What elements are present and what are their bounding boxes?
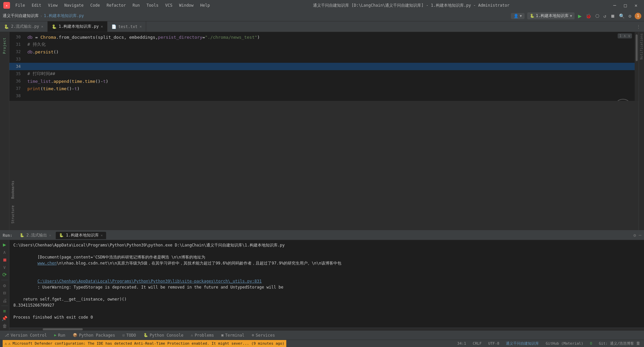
status-interpreter[interactable]: 通义千问自建知识库 [505, 341, 540, 346]
line-content-32: db.persist() [26, 49, 59, 54]
run-exit-line: Process finished with exit code 0 [13, 314, 640, 320]
run-config-label: 1.构建本地知识库 [536, 13, 569, 19]
menu-code[interactable]: Code [88, 2, 103, 8]
run-number-line: 8.334115266799927 [13, 302, 640, 308]
breadcrumb-file: 1.构建本地知识库.py [44, 13, 84, 19]
run-start-button[interactable]: ▶ [1, 241, 8, 248]
run-tab-stream[interactable]: 🐍 2.流式输出 ✕ [16, 232, 54, 239]
debug-button[interactable]: 🐞 [585, 13, 592, 19]
tab-label-1: 2.流式输出.py [11, 24, 39, 29]
breadcrumb-toolbar[interactable]: 通义千问自建知识库 › 1.构建本地知识库.py [3, 13, 84, 19]
badge-icon: 1 [635, 13, 641, 19]
run-button[interactable]: ▶ [577, 12, 582, 19]
run-config[interactable]: 🐍 1.构建本地知识库 ▼ [527, 12, 575, 19]
stop-button[interactable]: ⏹ [610, 13, 616, 19]
code-line-38: 38 [9, 92, 639, 100]
run-empty-line [13, 308, 640, 314]
run-warn-path[interactable]: C:\Users\Chenhao\AppData\Local\Programs\… [37, 279, 262, 284]
menu-file[interactable]: File [13, 2, 28, 8]
editor-scrollbar[interactable] [635, 32, 639, 101]
tab-2-stream[interactable]: 🐍 2.流式输出.py ✕ [0, 21, 48, 32]
run-link-chen[interactable]: www.chen [37, 261, 57, 266]
tab-more-button[interactable]: ⋮ [633, 24, 644, 29]
status-vcs[interactable]: GitHub (Material) [544, 341, 585, 346]
code-editor[interactable]: 30 db = Chroma.from_documents(split_docs… [9, 32, 639, 101]
menu-navigate[interactable]: Navigate [62, 2, 86, 8]
minimize-button[interactable]: ─ [610, 2, 619, 9]
run-scroll-down[interactable]: ∨ [1, 264, 8, 270]
menu-view[interactable]: View [45, 2, 60, 8]
run-panel-minimize[interactable]: ─ [639, 233, 641, 238]
refresh-button[interactable]: ↺ [603, 13, 607, 19]
bottom-tab-todo[interactable]: ☑ TODO [119, 331, 139, 339]
run-warn-text: : UserWarning: TypedStorage is deprecate… [37, 285, 286, 290]
bottom-tab-vc-label: Version Control [11, 333, 47, 338]
menu-vcs[interactable]: VCS [163, 2, 175, 8]
run-tools-button[interactable]: ⚙ [1, 282, 8, 288]
maximize-button[interactable]: □ [621, 2, 630, 9]
config-dropdown-icon: ▼ [570, 14, 572, 18]
run-tab-close-1[interactable]: ✕ [49, 233, 51, 237]
run-label: Run: [3, 233, 15, 238]
tab-test-txt[interactable]: 📄 test.txt ✕ [107, 21, 146, 32]
run-tab-close-2[interactable]: ✕ [101, 233, 103, 237]
bottom-tab-run-label: Run [58, 333, 65, 338]
py-icon: 🐍 [4, 24, 9, 29]
editor-scroll-thumb [636, 34, 638, 61]
bottom-tab-version-control[interactable]: ⎇ Version Control [1, 331, 50, 339]
bottom-tab-problems[interactable]: ⚠ Problems [188, 331, 217, 339]
bottom-tab-python-packages[interactable]: 📦 Python Packages [69, 331, 118, 339]
status-charset[interactable]: UTF-8 [487, 341, 501, 346]
run-doc-line: [Document(page_content='CSDN中浩浩的科研笔记博客的作… [13, 248, 640, 272]
line-content-37: print(time.time()-t) [26, 86, 80, 91]
status-crlf[interactable]: CRLF [471, 341, 483, 346]
run-pin-button[interactable]: 📌 [1, 315, 8, 321]
close-button[interactable]: ✕ [631, 2, 641, 9]
user-profile[interactable]: 👤 ▼ [511, 13, 525, 19]
menu-tools[interactable]: Tools [144, 2, 161, 8]
tab-1-knowledge[interactable]: 🐍 1.构建本地知识库.py ✕ [48, 21, 107, 32]
structure-label: Structure [11, 205, 15, 223]
run-print-button[interactable]: 🖨 [1, 297, 8, 303]
run-cmd-line: C:\Users\Chenhao\AppData\Local\Programs\… [13, 242, 640, 248]
toolbar-right: 👤 ▼ 🐍 1.构建本地知识库 ▼ ▶ 🐞 ⎔ ↺ ⏹ 🔍 ⚙ 1 [511, 12, 641, 19]
run-settings-button[interactable]: ⚙ [633, 233, 636, 238]
window-controls: ─ □ ✕ [610, 2, 641, 9]
menu-bar: File Edit View Navigate Code Refactor Ru… [13, 2, 213, 8]
status-warning[interactable]: ⚠ ⚠ Microsoft Defender configuration: Th… [3, 340, 286, 347]
project-label: Project [3, 37, 6, 54]
settings-button[interactable]: ⚙ [628, 13, 632, 19]
menu-help[interactable]: Help [198, 2, 213, 8]
run-layout-button[interactable]: ⊟ [1, 290, 8, 296]
menu-run[interactable]: Run [130, 2, 142, 8]
coverage-button[interactable]: ⎔ [595, 13, 600, 19]
tab-close-1[interactable]: ✕ [41, 24, 43, 29]
search-button[interactable]: 🔍 [618, 13, 625, 19]
bottom-tab-problems-label: Problems [195, 333, 214, 338]
line-content-31: # 持久化 [26, 41, 46, 47]
bottom-tab-python-console[interactable]: 🐍 Python Console [140, 331, 187, 339]
run-wrap-button[interactable]: ≡ [1, 308, 8, 314]
run-trash-button[interactable]: 🗑 [1, 323, 8, 329]
menu-edit[interactable]: Edit [29, 2, 44, 8]
run-rerun-button[interactable]: ⟳ [1, 272, 8, 278]
bottom-tab-terminal[interactable]: ▣ Terminal [218, 331, 248, 339]
run-stop-button[interactable]: ⏹ [1, 256, 8, 263]
code-line-36: 36 time_list.append(time.time()-t) [9, 77, 639, 85]
code-line-37: 37 print(time.time()-t) [9, 85, 639, 92]
bookmarks-label: Bookmarks [11, 181, 15, 199]
bottom-tab-services[interactable]: ⚙ Services [249, 331, 278, 339]
breadcrumb-project: 通义千问自建知识库 [3, 13, 39, 19]
tab-close-2[interactable]: ✕ [101, 24, 103, 29]
bottom-tab-terminal-label: Terminal [225, 333, 245, 338]
tab-close-3[interactable]: ✕ [139, 24, 142, 29]
run-h-scrollbar[interactable] [9, 328, 644, 330]
bottom-tab-py-pkg-label: Python Packages [79, 333, 115, 338]
menu-refactor[interactable]: Refactor [104, 2, 128, 8]
run-tab-knowledge[interactable]: 🐍 1.构建本地知识库 ✕ [56, 232, 106, 239]
menu-window[interactable]: Window [177, 2, 196, 8]
status-position[interactable]: 34:1 [456, 341, 467, 346]
bottom-tab-run[interactable]: ▶ Run [51, 331, 68, 339]
python-packages-icon: 📦 [73, 333, 77, 337]
run-scroll-up[interactable]: ∧ [1, 249, 8, 255]
